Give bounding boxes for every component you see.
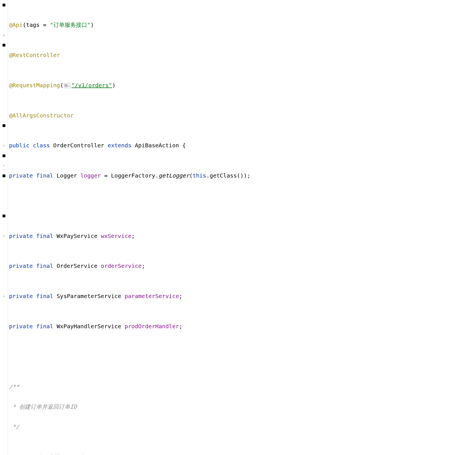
svg-rect-10 [3,215,5,217]
field: parameterService [125,291,179,301]
gutter-blank [0,131,8,141]
annotation: @Api [9,20,23,30]
code-line[interactable]: private final Logger logger = LoggerFact… [9,171,281,181]
gutter-blank [0,10,8,20]
code-line[interactable]: * 创建订单并返回订单ID [9,402,281,412]
gutter-blank [0,50,8,60]
fold-end-icon[interactable] [0,291,8,301]
editor-gutter [0,0,8,455]
field: wxService [101,231,131,241]
gutter-blank [0,261,8,271]
code-line[interactable]: private final WxPayHandlerService prodOr… [9,321,281,332]
annotation: @RestController [9,50,60,60]
gutter-blank [0,20,8,30]
gutter-blank [0,191,8,201]
code-line[interactable] [9,352,281,362]
field: logger [80,171,101,181]
code-line[interactable]: @AllArgsConstructor [9,111,281,121]
svg-rect-2 [3,44,5,47]
fold-minus-icon[interactable] [0,40,8,50]
gutter-blank [0,281,8,292]
gutter-blank [0,111,8,121]
svg-rect-8 [3,174,5,177]
svg-rect-0 [3,4,5,6]
gutter-blank [0,251,8,261]
field: prodOrderHandler [125,321,179,332]
annotation: @RequestMapping [9,80,60,91]
code-line[interactable]: @PostMapping(⌄"/new") [9,452,281,455]
fold-end-icon[interactable] [0,141,8,151]
code-line[interactable]: /** [9,382,281,392]
javadoc: */ [9,422,19,432]
code-line[interactable]: @RestController [9,50,281,60]
fold-minus-icon[interactable] [0,171,8,181]
chevron-down-icon: ⌄ [68,83,70,88]
field: orderService [101,261,142,271]
annotation: @PostMapping [9,452,50,455]
code-line[interactable]: private final SysParameterService parame… [9,291,281,301]
globe-icon[interactable]: ⌄ [64,83,71,88]
annotation: @AllArgsConstructor [9,111,74,121]
string-literal: "订单服务接口" [50,20,91,30]
code-line[interactable]: public class OrderController extends Api… [9,141,281,151]
fold-minus-icon[interactable] [0,0,8,10]
fold-end-icon[interactable] [0,161,8,171]
gutter-blank [0,100,8,111]
gutter-blank [0,60,8,71]
gutter-blank [0,70,8,80]
gutter-blank [0,201,8,211]
gutter-blank [0,90,8,100]
url-string[interactable]: "/new" [61,452,82,455]
svg-rect-6 [3,154,5,157]
url-string[interactable]: "/v1/orders" [71,80,112,91]
gutter-blank [0,181,8,191]
fold-minus-icon[interactable] [0,211,8,221]
gutter-blank [0,221,8,231]
fold-minus-icon[interactable] [0,121,8,131]
fold-minus-icon[interactable] [0,151,8,161]
code-line[interactable]: @Api(tags = "订单服务接口") [9,20,281,30]
fold-end-icon[interactable] [0,30,8,40]
code-line[interactable]: private final WxPayService wxService; [9,231,281,241]
code-line[interactable] [9,201,281,211]
code-line[interactable]: @RequestMapping(⌄"/v1/orders") [9,80,281,91]
gutter-blank [0,80,8,91]
javadoc: /** [9,382,19,392]
gutter-blank [0,271,8,281]
code-line[interactable]: */ [9,422,281,432]
gutter-blank [0,241,8,251]
javadoc: * 创建订单并返回订单ID [9,402,77,412]
code-line[interactable]: private final OrderService orderService; [9,261,281,271]
svg-rect-4 [3,124,5,127]
code-editor[interactable]: @Api(tags = "订单服务接口") @RestController @R… [8,0,281,455]
fold-end-icon[interactable] [0,231,8,241]
